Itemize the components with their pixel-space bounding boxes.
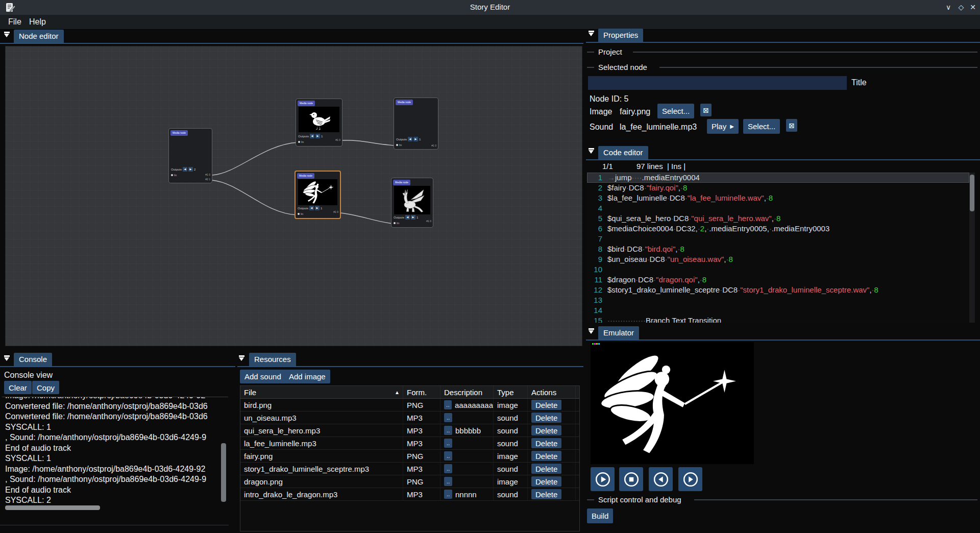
column-header-format[interactable]: Form.: [403, 386, 440, 398]
outputs-next-button[interactable]: ▶: [188, 167, 193, 172]
node-title: Media node: [170, 130, 188, 136]
delete-button[interactable]: Delete: [531, 400, 561, 410]
browse-description-button[interactable]: ..: [444, 426, 452, 435]
resources-collapse-icon[interactable]: [239, 355, 244, 361]
column-header-description[interactable]: Description: [440, 386, 494, 398]
add-image-button[interactable]: Add image: [284, 370, 330, 383]
delete-button[interactable]: Delete: [531, 489, 561, 499]
outputs-label: Outputs: [396, 138, 407, 141]
outputs-prev-button[interactable]: ◀: [310, 134, 314, 138]
sound-select-button[interactable]: Select...: [743, 119, 780, 134]
delete-button[interactable]: Delete: [531, 425, 561, 435]
delete-button[interactable]: Delete: [531, 413, 561, 423]
sound-clear-button[interactable]: ⊠: [786, 119, 797, 132]
browse-description-button[interactable]: ..: [444, 451, 452, 461]
browse-description-button[interactable]: ..: [444, 477, 452, 486]
image-select-button[interactable]: Select...: [657, 104, 694, 118]
browse-description-button[interactable]: ..: [444, 439, 452, 448]
node-input-port[interactable]: In: [171, 174, 177, 177]
code-scrollbar-thumb[interactable]: [970, 175, 974, 211]
node-title-input[interactable]: [588, 76, 847, 90]
minimize-button[interactable]: ∨: [942, 2, 954, 12]
emulator-stop-button[interactable]: [619, 467, 643, 491]
delete-button[interactable]: Delete: [531, 451, 561, 461]
graph-node-empty[interactable]: Media node Outputs ◀ ▶ 1 In #1 0: [394, 98, 438, 150]
delete-button[interactable]: Delete: [531, 476, 561, 487]
resource-row[interactable]: story1_drako_luminelle_sceptre.mp3MP3..s…: [240, 463, 579, 475]
code-scrollbar-track[interactable]: [969, 173, 975, 323]
outputs-next-button[interactable]: ▶: [413, 137, 418, 141]
node-output-port[interactable]: #1 0: [333, 210, 338, 213]
delete-button[interactable]: Delete: [531, 464, 561, 474]
node-input-port[interactable]: In: [396, 143, 402, 147]
resource-row[interactable]: bird.pngPNG..aaaaaaaaaimageDelete: [240, 399, 579, 411]
outputs-prev-button[interactable]: ◀: [408, 137, 412, 141]
tab-code-editor[interactable]: Code editor: [598, 146, 648, 159]
console-copy-button[interactable]: Copy: [32, 381, 59, 394]
outputs-prev-button[interactable]: ◀: [405, 215, 410, 220]
console-log[interactable]: Image: /home/anthony/ostproj/ba869e4b-03…: [2, 397, 228, 503]
browse-description-button[interactable]: ..: [444, 413, 452, 422]
resources-table-header: File ▲ Form. Description Type Actions: [240, 386, 579, 399]
outputs-prev-button[interactable]: ◀: [183, 167, 187, 172]
outputs-prev-button[interactable]: ◀: [309, 206, 314, 210]
graph-node-dragon[interactable]: Media node Outputs ◀ ▶ 1 In #1 0: [391, 178, 433, 228]
resource-row[interactable]: dragon.pngPNG..imageDelete: [240, 475, 579, 488]
graph-node-start[interactable]: Media node Outputs ◀ ▶ 2 In #1 0 #2 1: [168, 128, 212, 183]
emulator-step-back-button[interactable]: [649, 467, 673, 491]
console-clear-button[interactable]: Clear: [4, 381, 32, 394]
tab-console[interactable]: Console: [14, 353, 52, 366]
node-input-port[interactable]: In: [394, 222, 399, 225]
node-output-port[interactable]: #1 0: [426, 220, 431, 223]
resource-row[interactable]: un_oiseau.mp3MP3..soundDelete: [240, 411, 579, 424]
column-header-file[interactable]: File ▲: [240, 386, 403, 398]
sound-play-button[interactable]: Play▶: [707, 119, 739, 134]
console-collapse-icon[interactable]: [4, 355, 10, 361]
tab-emulator[interactable]: Emulator: [598, 326, 639, 340]
tab-node-editor[interactable]: Node editor: [14, 30, 64, 43]
node-output-port[interactable]: #1 0: [205, 173, 210, 176]
outputs-next-button[interactable]: ▶: [411, 215, 415, 220]
console-vertical-scrollbar[interactable]: [221, 443, 226, 502]
graph-node-fairy[interactable]: Media node Outputs ◀ ▶ 1 In #1 0: [295, 171, 341, 219]
node-input-port[interactable]: In: [298, 140, 304, 143]
browse-description-button[interactable]: ..: [444, 464, 452, 473]
column-header-type[interactable]: Type: [494, 386, 528, 398]
tab-resources[interactable]: Resources: [249, 353, 296, 366]
maximize-button[interactable]: ◇: [955, 2, 967, 12]
browse-description-button[interactable]: ..: [444, 400, 452, 409]
node-graph-canvas[interactable]: Media node Outputs ◀ ▶ 2 In #1 0 #2 1 Me…: [5, 46, 582, 346]
code-lines[interactable]: 1→jump····.mediaEntry00042$fairy·DC8·"fa…: [587, 173, 969, 323]
resource-row[interactable]: intro_drako_le_dragon.mp3MP3..nnnnnsound…: [240, 488, 579, 501]
close-button[interactable]: ✕: [967, 2, 979, 12]
title-label: Title: [851, 78, 867, 87]
outputs-next-button[interactable]: ▶: [315, 206, 320, 210]
graph-node-bird[interactable]: Media node Outputs ◀ ▶ 1 In #1 0: [296, 99, 342, 147]
node-output-port[interactable]: #1 0: [335, 138, 340, 141]
node-editor-collapse-icon[interactable]: [4, 32, 10, 37]
image-clear-button[interactable]: ⊠: [700, 104, 712, 116]
resource-row[interactable]: fairy.pngPNG..imageDelete: [240, 450, 579, 463]
emulator-play-button[interactable]: [591, 467, 615, 491]
properties-collapse-icon[interactable]: [589, 31, 594, 36]
console-horizontal-scrollbar[interactable]: [5, 505, 100, 510]
column-header-actions[interactable]: Actions: [528, 386, 576, 398]
node-input-port[interactable]: In: [298, 212, 303, 215]
node-output-port[interactable]: #2 1: [205, 178, 210, 181]
menu-help[interactable]: Help: [26, 16, 49, 28]
browse-description-button[interactable]: ..: [444, 490, 452, 499]
build-button[interactable]: Build: [587, 508, 613, 523]
delete-button[interactable]: Delete: [531, 438, 561, 448]
resource-row[interactable]: la_fee_luminelle.mp3MP3..soundDelete: [240, 437, 579, 450]
menu-file[interactable]: File: [5, 16, 24, 28]
sound-label: Sound: [590, 123, 613, 132]
tab-properties[interactable]: Properties: [598, 29, 643, 42]
code-editor-collapse-icon[interactable]: [589, 148, 594, 154]
add-sound-button[interactable]: Add sound: [240, 370, 286, 383]
resource-row[interactable]: qui_sera_le_hero.mp3MP3..bbbbbbsoundDele…: [240, 424, 579, 437]
outputs-next-button[interactable]: ▶: [315, 134, 320, 138]
emulator-collapse-icon[interactable]: [589, 328, 594, 334]
emulator-step-forward-button[interactable]: [678, 467, 702, 491]
node-output-port[interactable]: #1 0: [431, 144, 436, 147]
description-text: aaaaaaaaa: [455, 401, 493, 409]
